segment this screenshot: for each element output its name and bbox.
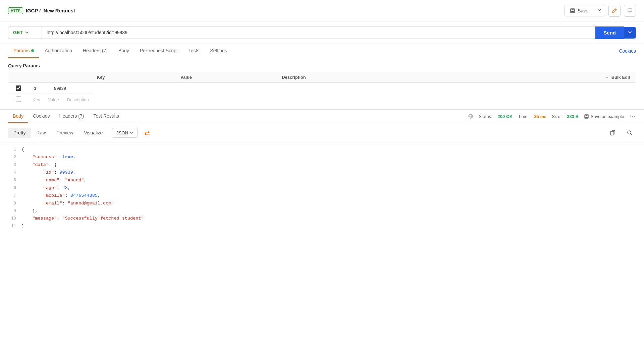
breadcrumb-prefix: IGCP / [26, 8, 41, 13]
code-line-8: 8 "email": "anand@gmail.com" [8, 200, 636, 207]
comment-icon [627, 8, 633, 13]
send-button-group: Send [595, 26, 636, 39]
code-line-4: 4 "id": 99939, [8, 169, 636, 177]
resp-tab-body[interactable]: Body [8, 110, 28, 123]
tab-pre-request-script[interactable]: Pre-request Script [135, 44, 183, 58]
params-dot-indicator [31, 49, 34, 52]
tab-settings-label: Settings [210, 48, 227, 53]
breadcrumb-title: New Request [44, 8, 75, 13]
tab-pre-request-label: Pre-request Script [140, 48, 178, 53]
url-input[interactable] [42, 26, 595, 39]
code-line-1: 1 { [8, 146, 636, 154]
size-value: 383 B [567, 114, 579, 119]
response-section: Body Cookies Headers (7) Test Results St… [0, 109, 644, 234]
resp-tab-cookies-label: Cookies [33, 113, 50, 119]
tab-params[interactable]: Params [8, 44, 39, 58]
resp-tab-cookies[interactable]: Cookies [28, 110, 55, 123]
tab-params-label: Params [13, 48, 30, 53]
save-icon [570, 8, 575, 13]
edit-button[interactable] [608, 5, 621, 17]
resp-tab-body-label: Body [13, 113, 23, 119]
tab-authorization[interactable]: Authorization [39, 44, 77, 58]
bulk-edit-button[interactable]: Bulk Edit [611, 75, 630, 80]
tab-body-label: Body [118, 48, 129, 53]
size-label: Size: [552, 114, 561, 119]
request-tabs: Params Authorization Headers (7) Body Pr… [0, 44, 644, 58]
table-row: id 99939 [8, 83, 93, 94]
chevron-down-icon [597, 8, 601, 12]
send-dropdown-button[interactable] [624, 27, 636, 39]
breadcrumb-area: HTTP IGCP / New Request [8, 7, 75, 14]
method-chevron-icon [25, 31, 29, 35]
tab-body[interactable]: Body [113, 44, 135, 58]
search-icon [627, 130, 633, 136]
tab-tests-label: Tests [189, 48, 200, 53]
save-label: Save [578, 8, 588, 13]
format-tab-raw[interactable]: Raw [31, 128, 51, 138]
param-checkbox-cell [8, 83, 29, 94]
time-value: 25 ms [534, 114, 546, 119]
code-line-10: 10 "message": "Successfully fetched stud… [8, 215, 636, 223]
format-visualize-label: Visualize [84, 130, 103, 135]
copy-button[interactable] [606, 128, 619, 138]
wrap-button[interactable]: ⇄ [141, 127, 153, 139]
response-meta: Status: 200 OK Time: 25 ms Size: 383 B S… [468, 113, 636, 119]
save-example-button[interactable]: Save as example [584, 114, 624, 119]
tab-settings[interactable]: Settings [205, 44, 232, 58]
format-tab-preview[interactable]: Preview [51, 128, 79, 138]
bulk-edit-cell: ··· Bulk Edit [445, 72, 636, 83]
svg-rect-9 [585, 117, 588, 118]
svg-rect-1 [572, 9, 574, 10]
param-description-cell [71, 85, 93, 91]
http-badge: HTTP [8, 7, 23, 14]
tab-tests[interactable]: Tests [183, 44, 205, 58]
params-table: Key Value Description ··· Bulk Edit id 9… [8, 72, 636, 106]
save-button[interactable]: Save [565, 5, 594, 16]
param-key-placeholder: Key [29, 95, 44, 105]
tab-headers-label: Headers (7) [83, 48, 108, 53]
more-options-button[interactable]: ··· [630, 113, 636, 119]
table-row-empty: Key Value Description [8, 94, 93, 106]
format-tab-pretty[interactable]: Pretty [8, 128, 31, 138]
code-line-3: 3 "data": { [8, 161, 636, 169]
globe-icon [468, 114, 473, 119]
json-chevron-icon [130, 131, 133, 134]
status-value: 200 OK [498, 114, 513, 119]
json-format-selector[interactable]: JSON [112, 128, 138, 138]
json-format-label: JSON [116, 130, 128, 135]
param-new-checkbox[interactable] [16, 97, 21, 102]
format-raw-label: Raw [37, 130, 46, 135]
copy-icon [610, 130, 616, 136]
resp-tab-headers-label: Headers (7) [59, 113, 84, 119]
save-button-group: Save [564, 5, 605, 16]
save-dropdown-button[interactable] [594, 5, 605, 16]
url-bar: GET Send [0, 21, 644, 44]
col-value: Value [176, 72, 278, 83]
code-line-5: 5 "name": "Anand", [8, 177, 636, 184]
format-pretty-label: Pretty [13, 130, 26, 135]
query-params-title: Query Params [8, 63, 636, 68]
resp-tab-test-results-label: Test Results [93, 113, 119, 119]
comment-button[interactable] [624, 5, 636, 17]
code-line-11: 11 } [8, 223, 636, 230]
body-format-bar: Pretty Raw Preview Visualize JSON ⇄ [0, 123, 644, 142]
param-checkbox[interactable] [16, 85, 21, 91]
code-line-7: 7 "mobile": 8476544385, [8, 192, 636, 200]
search-button[interactable] [623, 128, 636, 138]
code-line-6: 6 "age": 23, [8, 184, 636, 192]
send-button[interactable]: Send [595, 26, 624, 39]
param-value-placeholder: Value [44, 95, 63, 105]
resp-tab-test-results[interactable]: Test Results [89, 110, 123, 123]
resp-tab-headers[interactable]: Headers (7) [55, 110, 89, 123]
status-label: Status: [479, 114, 492, 119]
col-description: Description [278, 72, 445, 83]
col-key: Key [93, 72, 176, 83]
method-selector[interactable]: GET [8, 26, 42, 39]
pencil-icon [612, 8, 617, 13]
format-tab-visualize[interactable]: Visualize [78, 128, 108, 138]
send-chevron-icon [628, 30, 632, 34]
tab-headers[interactable]: Headers (7) [77, 44, 113, 58]
cookies-link[interactable]: Cookies [619, 48, 636, 54]
breadcrumb: IGCP / New Request [26, 8, 75, 13]
response-tabs-bar: Body Cookies Headers (7) Test Results St… [0, 110, 644, 123]
